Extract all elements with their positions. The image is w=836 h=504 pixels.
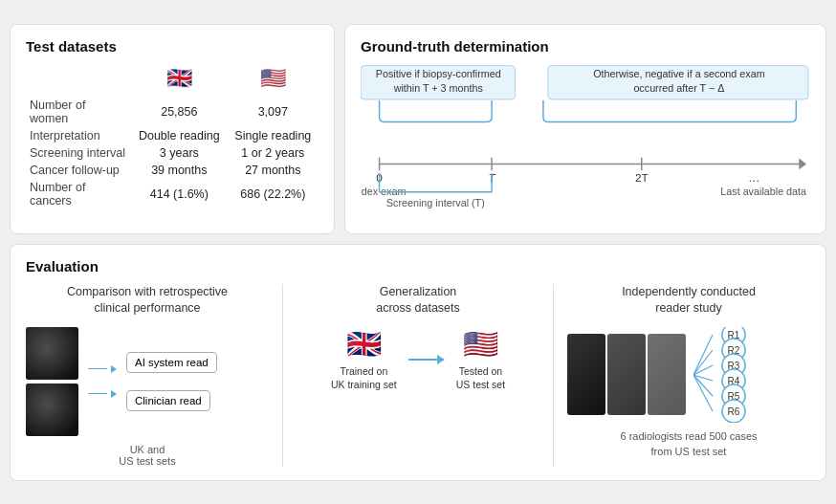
table-row: Cancer follow-up 39 months 27 months <box>26 162 319 179</box>
row-uk-0: 25,856 <box>131 97 228 127</box>
reader-mammo-img-3 <box>648 334 686 415</box>
svg-text:Screening interval (T): Screening interval (T) <box>386 196 485 208</box>
reader-content: R1 R2 R3 R4 R5 R6 <box>567 327 810 423</box>
clinician-read-box: Clinician read <box>126 390 210 411</box>
us-flag-group: 🇺🇸 Tested onUS test set <box>456 327 505 392</box>
top-row: Test datasets 🇬🇧 🇺🇸 Number of women 25,8… <box>10 24 826 234</box>
svg-text:R6: R6 <box>728 406 740 417</box>
col-header-uk: 🇬🇧 <box>131 64 228 97</box>
ai-read-box: AI system read <box>126 352 217 373</box>
svg-text:...: ... <box>749 170 759 185</box>
datasets-table: 🇬🇧 🇺🇸 Number of women 25,856 3,097 Inter… <box>26 64 319 209</box>
svg-line-18 <box>693 335 713 375</box>
evaluation-title: Evaluation <box>26 258 810 274</box>
uk-flag-group: 🇬🇧 Trained onUK training set <box>331 327 397 392</box>
clinician-arrow-head <box>111 390 117 398</box>
row-us-0: 3,097 <box>228 97 319 127</box>
read-boxes: AI system read Clinician read <box>126 352 217 411</box>
divider-2 <box>553 284 554 467</box>
arrow-column <box>88 365 117 398</box>
reader-lines-svg: R1 R2 R3 R4 R5 R6 <box>693 327 770 423</box>
reader-title: Independently conductedreader study <box>622 284 756 318</box>
ai-arrow-head <box>111 365 117 373</box>
eval-reader: Independently conductedreader study <box>567 284 810 467</box>
col-header-us: 🇺🇸 <box>228 64 319 97</box>
table-row: Screening interval 3 years 1 or 2 years <box>26 144 319 162</box>
row-label-0: Number of women <box>26 97 131 127</box>
generalization-title: Generalizationacross datasets <box>376 284 460 318</box>
uk-flag: 🇬🇧 <box>166 66 192 90</box>
gen-arrow <box>408 355 445 364</box>
us-flag-large: 🇺🇸 <box>463 327 498 361</box>
mammo-images <box>26 327 78 436</box>
reader-mammo-img-1 <box>567 334 605 415</box>
row-label-4: Number of cancers <box>26 179 131 209</box>
timeline-svg: Positive if biopsy-confirmed within T + … <box>361 64 810 217</box>
eval-sections: Comparison with retrospectiveclinical pe… <box>26 284 810 467</box>
mammo-img-bottom <box>26 383 78 436</box>
clinician-arrow <box>88 390 117 398</box>
gen-arrow-head <box>437 355 445 364</box>
row-us-4: 686 (22.2%) <box>228 179 319 209</box>
row-us-2: 1 or 2 years <box>228 144 319 162</box>
main-container: Test datasets 🇬🇧 🇺🇸 Number of women 25,8… <box>10 24 826 481</box>
svg-text:Index exam: Index exam <box>361 185 406 196</box>
mammo-img-top <box>26 327 78 380</box>
test-datasets-card: Test datasets 🇬🇧 🇺🇸 Number of women 25,8… <box>10 24 335 234</box>
timeline-container: Positive if biopsy-confirmed within T + … <box>361 64 810 220</box>
test-datasets-title: Test datasets <box>26 38 319 55</box>
svg-text:Positive if biopsy-confirmed: Positive if biopsy-confirmed <box>376 68 501 79</box>
trained-caption: Trained onUK training set <box>331 364 397 392</box>
reader-mammo-img-2 <box>607 334 646 415</box>
reader-caption: 6 radiologists read 500 casesfrom US tes… <box>620 428 757 460</box>
svg-text:Otherwise, negative if a secon: Otherwise, negative if a second exam <box>593 68 765 79</box>
row-uk-4: 414 (1.6%) <box>131 179 228 209</box>
ground-truth-card: Ground-truth determination Positive if b… <box>344 24 826 234</box>
comparison-title: Comparison with retrospectiveclinical pe… <box>67 284 228 318</box>
svg-text:2T: 2T <box>635 171 649 184</box>
row-us-1: Single reading <box>228 127 319 144</box>
row-label-3: Cancer follow-up <box>26 162 131 179</box>
uk-flag-large: 🇬🇧 <box>346 327 382 361</box>
svg-text:within T + 3 months: within T + 3 months <box>393 82 483 94</box>
svg-text:Last available data: Last available data <box>720 185 806 196</box>
table-row: Interpretation Double reading Single rea… <box>26 127 319 144</box>
row-uk-2: 3 years <box>131 144 228 162</box>
comparison-content: AI system read Clinician read <box>26 327 269 436</box>
svg-marker-7 <box>799 158 806 169</box>
row-label-1: Interpretation <box>26 127 131 144</box>
table-row: Number of women 25,856 3,097 <box>26 97 319 127</box>
row-uk-1: Double reading <box>131 127 228 144</box>
row-us-3: 27 months <box>228 162 319 179</box>
svg-text:occurred after T − Δ: occurred after T − Δ <box>633 82 724 94</box>
eval-comparison: Comparison with retrospectiveclinical pe… <box>26 284 269 467</box>
eval-generalization: Generalizationacross datasets 🇬🇧 Trained… <box>297 284 539 467</box>
ground-truth-title: Ground-truth determination <box>361 38 810 55</box>
tested-caption: Tested onUS test set <box>456 364 505 392</box>
ai-arrow-line <box>88 368 107 370</box>
generalization-content: 🇬🇧 Trained onUK training set 🇺🇸 Tested o… <box>331 327 505 392</box>
comparison-caption: UK andUS test sets <box>119 444 175 467</box>
gen-arrow-line <box>408 359 437 361</box>
row-uk-3: 39 months <box>131 162 228 179</box>
row-label-2: Screening interval <box>26 144 131 162</box>
table-row: Number of cancers 414 (1.6%) 686 (22.2%) <box>26 179 319 209</box>
divider-1 <box>282 284 283 467</box>
reader-mammo-images <box>567 334 686 415</box>
clinician-arrow-line <box>88 393 107 395</box>
us-flag: 🇺🇸 <box>260 66 286 90</box>
ai-arrow <box>88 365 117 373</box>
col-header-label <box>26 64 131 97</box>
evaluation-card: Evaluation Comparison with retrospective… <box>10 244 826 481</box>
